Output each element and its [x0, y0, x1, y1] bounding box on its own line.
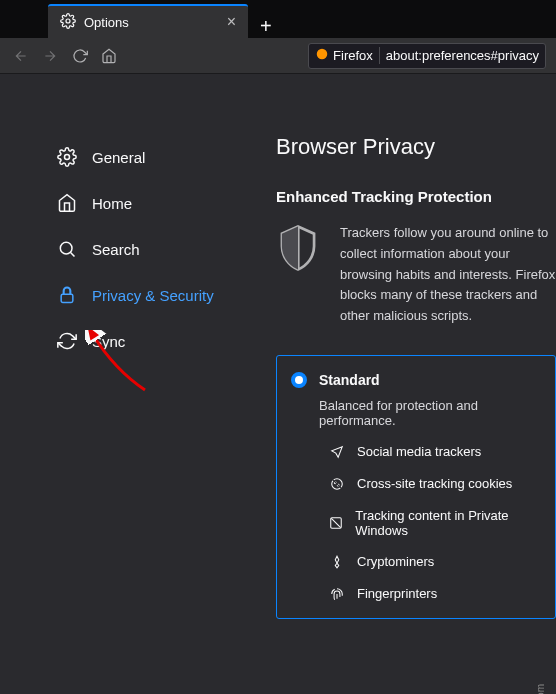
sidebar-item-label: Home [92, 195, 132, 212]
svg-point-0 [66, 19, 70, 23]
section-heading: Enhanced Tracking Protection [276, 188, 556, 205]
tracker-label: Cross-site tracking cookies [357, 476, 512, 491]
main-content: Browser Privacy Enhanced Tracking Protec… [252, 74, 556, 694]
etp-description: Trackers follow you around online to col… [340, 223, 556, 327]
sidebar: General Home Search Privacy & Security [0, 74, 252, 694]
svg-point-2 [65, 155, 70, 160]
lock-icon [56, 284, 78, 306]
reload-button[interactable] [69, 43, 91, 69]
home-icon [56, 192, 78, 214]
sidebar-item-label: Sync [92, 333, 125, 350]
url-text: about:preferences#privacy [386, 48, 539, 63]
svg-point-3 [60, 242, 72, 254]
sidebar-item-general[interactable]: General [48, 134, 242, 180]
tracker-item-social: Social media trackers [329, 444, 541, 460]
back-button[interactable] [10, 43, 32, 69]
svg-rect-4 [61, 294, 73, 302]
sidebar-item-search[interactable]: Search [48, 226, 242, 272]
page-title: Browser Privacy [276, 134, 556, 160]
tab-strip: Options × + [0, 0, 556, 38]
url-bar[interactable]: Firefox about:preferences#privacy [308, 43, 546, 69]
identity-label: Firefox [333, 48, 373, 63]
tracker-label: Cryptominers [357, 554, 434, 569]
forward-button[interactable] [40, 43, 62, 69]
gear-icon [60, 13, 76, 32]
sidebar-item-label: General [92, 149, 145, 166]
standard-card[interactable]: Standard Balanced for protection and per… [276, 355, 556, 619]
tracker-item-cookies: Cross-site tracking cookies [329, 476, 541, 492]
new-tab-button[interactable]: + [248, 15, 284, 38]
search-icon [56, 238, 78, 260]
firefox-icon [315, 47, 329, 64]
tracker-item-content: Tracking content in Private Windows [329, 508, 541, 538]
card-description: Balanced for protection and performance. [319, 398, 541, 428]
tracker-label: Social media trackers [357, 444, 481, 459]
sidebar-item-label: Privacy & Security [92, 287, 214, 304]
svg-point-1 [317, 49, 328, 60]
tracker-list: Social media trackers Cross-site trackin… [329, 444, 541, 602]
tab-label: Options [84, 15, 129, 30]
card-title: Standard [319, 372, 380, 388]
close-icon[interactable]: × [227, 13, 236, 31]
sidebar-item-home[interactable]: Home [48, 180, 242, 226]
sidebar-item-sync[interactable]: Sync [48, 318, 242, 364]
watermark: wsxdn.com [535, 684, 546, 694]
nav-bar: Firefox about:preferences#privacy [0, 38, 556, 74]
crypto-icon [329, 554, 345, 570]
tracker-label: Tracking content in Private Windows [355, 508, 541, 538]
tracker-label: Fingerprinters [357, 586, 437, 601]
sidebar-item-privacy[interactable]: Privacy & Security [48, 272, 242, 318]
gear-icon [56, 146, 78, 168]
content-icon [329, 515, 343, 531]
home-button[interactable] [99, 43, 121, 69]
identity-box[interactable]: Firefox [315, 47, 380, 64]
sidebar-item-label: Search [92, 241, 140, 258]
content-area: General Home Search Privacy & Security [0, 74, 556, 694]
tracker-item-crypto: Cryptominers [329, 554, 541, 570]
tracker-item-fingerprint: Fingerprinters [329, 586, 541, 602]
shield-icon [276, 223, 320, 273]
social-icon [329, 444, 345, 460]
tab-options[interactable]: Options × [48, 4, 248, 38]
cookie-icon [329, 476, 345, 492]
sync-icon [56, 330, 78, 352]
radio-standard[interactable] [291, 372, 307, 388]
fingerprint-icon [329, 586, 345, 602]
